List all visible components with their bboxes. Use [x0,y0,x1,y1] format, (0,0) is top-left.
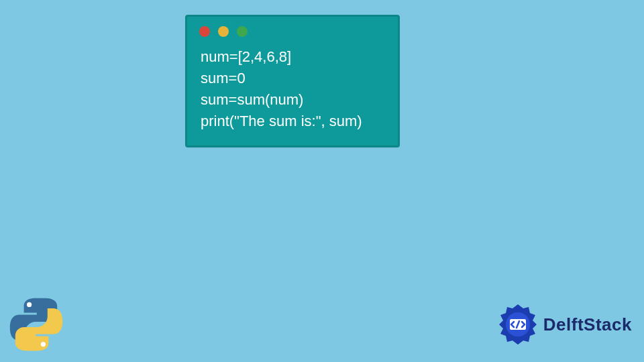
code-window: num=[2,4,6,8] sum=0 sum=sum(num) print("… [185,15,400,147]
code-line: print("The sum is:", sum) [201,113,362,129]
delftstack-logo-icon [496,303,539,346]
code-block: num=[2,4,6,8] sum=0 sum=sum(num) print("… [187,44,398,135]
svg-point-1 [41,342,46,347]
code-line: sum=sum(num) [201,91,303,108]
delftstack-name: DelftStack [543,314,632,335]
code-line: num=[2,4,6,8] [201,48,291,65]
delftstack-branding: DelftStack [496,303,632,346]
python-logo-icon [7,295,66,354]
maximize-icon [237,26,248,37]
minimize-icon [218,26,229,37]
code-line: sum=0 [201,70,246,86]
close-icon [199,26,210,37]
svg-point-0 [27,302,32,307]
window-traffic-lights [187,17,398,44]
